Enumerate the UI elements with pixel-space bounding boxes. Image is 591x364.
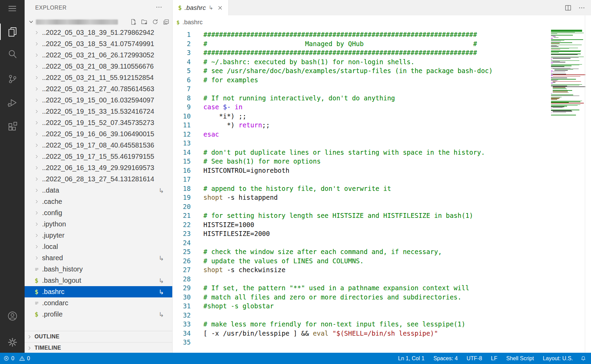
code-line-3[interactable]: ########################################… — [203, 48, 584, 57]
code-line-13[interactable] — [203, 139, 584, 148]
tree-item--2022-05-03-21-27-40-785614563[interactable]: ..2022_05_03_21_27_40.785614563 — [25, 83, 172, 95]
code-line-27[interactable]: shopt -s checkwinsize — [203, 265, 584, 275]
code-line-17[interactable] — [203, 175, 584, 184]
code-line-33[interactable]: # make less more friendly for non-text i… — [203, 320, 584, 329]
code-line-34[interactable]: [ -x /usr/bin/lesspipe ] && eval "$(SHEL… — [203, 329, 584, 338]
code-line-29[interactable]: # If set, the pattern "**" used in a pat… — [203, 283, 584, 293]
code-line-30[interactable]: # match all files and zero or more direc… — [203, 293, 584, 302]
tree-item--2022-05-19-16-06-39-106490015[interactable]: ..2022_05_19_16_06_39.106490015 — [25, 128, 172, 140]
code-line-5[interactable]: # see /usr/share/doc/bash/examples/start… — [203, 66, 584, 75]
more-actions-icon[interactable] — [578, 4, 586, 12]
code-line-1[interactable]: ########################################… — [203, 30, 584, 39]
code-line-7[interactable] — [203, 84, 584, 94]
code-line-19[interactable]: shopt -s histappend — [203, 193, 584, 202]
outline-section-header[interactable]: OUTLINE — [25, 331, 172, 342]
code-line-35[interactable] — [203, 338, 584, 347]
activity-item-extensions[interactable] — [0, 118, 25, 136]
activity-item-explorer[interactable] — [0, 23, 25, 41]
line-number: 10 — [173, 112, 191, 121]
activity-item-search[interactable] — [0, 45, 25, 63]
tree-item--data[interactable]: ..data↳ — [25, 185, 172, 196]
code-line-8[interactable]: # If not running interactively, don't do… — [203, 94, 584, 103]
tree-item-shared[interactable]: shared↳ — [25, 252, 172, 264]
status-language-mode[interactable]: Shell Script — [506, 355, 534, 362]
code-line-21[interactable]: # for setting history length see HISTSIZ… — [203, 211, 584, 220]
activity-item-settings[interactable] — [0, 333, 25, 351]
collapse-all-icon[interactable] — [163, 18, 170, 25]
activity-item-run-and-debug[interactable] — [0, 94, 25, 111]
new-file-icon[interactable] — [130, 18, 137, 25]
code-editor[interactable]: 1234567891011121314151617181920212223242… — [173, 29, 584, 353]
views-more-actions-icon[interactable] — [155, 3, 163, 11]
tree-item--2022-05-03-21-06-26-172993052[interactable]: ..2022_05_03_21_06_26.172993052 — [25, 50, 172, 61]
chevron-right-icon — [35, 75, 39, 80]
tab-bashrc[interactable]: $ .bashrc ↳ — [173, 0, 229, 15]
code-line-25[interactable]: # check the window size after each comma… — [203, 247, 584, 256]
code-line-26[interactable]: # update the values of LINES and COLUMNS… — [203, 256, 584, 266]
notifications-bell-icon[interactable] — [580, 355, 586, 361]
code-line-16[interactable]: HISTCONTROL=ignoreboth — [203, 166, 584, 175]
tree-item--2022-05-03-21-08-39-110556676[interactable]: ..2022_05_03_21_08_39.110556676 — [25, 61, 172, 72]
code-line-22[interactable]: HISTSIZE=1000 — [203, 220, 584, 229]
code-lines[interactable]: ########################################… — [203, 30, 584, 347]
tree-item--cache[interactable]: .cache — [25, 196, 172, 207]
tree-item--config[interactable]: .config — [25, 207, 172, 219]
new-folder-icon[interactable] — [141, 18, 148, 25]
project-root-row[interactable] — [25, 16, 172, 27]
code-line-6[interactable]: # for examples — [203, 75, 584, 85]
tree-item--2022-05-19-17-08-40-645581536[interactable]: ..2022_05_19_17_08_40.645581536 — [25, 140, 172, 151]
problems-indicator[interactable]: 00 — [3, 355, 30, 362]
tree-item--profile[interactable]: $.profile↳ — [25, 309, 172, 320]
code-line-23[interactable]: HISTFILESIZE=2000 — [203, 229, 584, 238]
status-indentation[interactable]: Spaces: 4 — [433, 355, 458, 362]
code-line-12[interactable]: esac — [203, 130, 584, 139]
tree-item--local[interactable]: .local — [25, 241, 172, 252]
code-line-28[interactable] — [203, 275, 584, 284]
tree-item--condarc[interactable]: .condarc — [25, 297, 172, 309]
code-line-18[interactable]: # append to the history file, don't over… — [203, 184, 584, 193]
code-line-2[interactable]: # Managed by QHub # — [203, 39, 584, 48]
minimap[interactable] — [551, 30, 585, 353]
tree-item--jupyter[interactable]: .jupyter — [25, 230, 172, 241]
code-line-32[interactable] — [203, 311, 584, 320]
status-cursor-position[interactable]: Ln 1, Col 1 — [398, 355, 424, 362]
tree-item--2022-05-19-17-15-55-461979155[interactable]: ..2022_05_19_17_15_55.461979155 — [25, 151, 172, 162]
code-line-10[interactable]: *i*) ;; — [203, 112, 584, 121]
tree-item--ipython[interactable]: .ipython — [25, 219, 172, 230]
code-line-15[interactable]: # See bash(1) for more options — [203, 157, 584, 166]
text-file-icon — [34, 267, 39, 272]
code-line-20[interactable] — [203, 202, 584, 211]
tree-item--bash-history[interactable]: .bash_history — [25, 264, 172, 275]
status-encoding[interactable]: UTF-8 — [467, 355, 482, 362]
activity-item-account[interactable] — [0, 307, 25, 325]
status-keyboard-layout[interactable]: Layout: U.S. — [543, 355, 573, 362]
split-editor-icon[interactable] — [564, 4, 572, 12]
tree-item--2022-05-19-15-33-15-532416724[interactable]: ..2022_05_19_15_33_15.532416724 — [25, 106, 172, 117]
tab-strip: $ .bashrc ↳ — [173, 0, 591, 15]
tree-item--2022-05-19-15-52-07-345735273[interactable]: ..2022_05_19_15_52_07.345735273 — [25, 117, 172, 128]
tree-item--2022-05-03-21-11-55-912152854[interactable]: ..2022_05_03_21_11_55.912152854 — [25, 72, 172, 83]
tree-item--2022-05-19-15-00-16-032594097[interactable]: ..2022_05_19_15_00_16.032594097 — [25, 95, 172, 106]
code-line-9[interactable]: case $- in — [203, 102, 584, 112]
ellipsis-icon — [155, 3, 163, 11]
close-icon[interactable] — [217, 5, 223, 11]
tree-item--bashrc[interactable]: $.bashrc↳ — [25, 286, 172, 297]
code-line-24[interactable] — [203, 238, 584, 248]
activity-item-menu[interactable] — [0, 0, 25, 17]
line-number: 23 — [173, 229, 191, 238]
code-line-4[interactable]: # ~/.bashrc: executed by bash(1) for non… — [203, 57, 584, 67]
timeline-section-header[interactable]: TIMELINE — [25, 342, 172, 353]
refresh-icon[interactable] — [152, 18, 159, 25]
tree-item--2022-05-03-18-39-51-279862942[interactable]: ..2022_05_03_18_39_51.279862942 — [25, 27, 172, 38]
tree-item--bash-logout[interactable]: $.bash_logout↳ — [25, 275, 172, 286]
code-line-31[interactable]: #shopt -s globstar — [203, 302, 584, 311]
activity-item-source-control[interactable] — [0, 70, 25, 88]
status-eol[interactable]: LF — [491, 355, 497, 362]
breadcrumb-item[interactable]: .bashrc — [183, 19, 203, 26]
code-line-11[interactable]: *) return;; — [203, 121, 584, 130]
tree-item--2022-06-28-13-27-54-131281614[interactable]: ..2022_06_28_13_27_54.131281614 — [25, 173, 172, 185]
tree-item--2022-06-16-13-49-29-929169573[interactable]: ..2022_06_16_13_49_29.929169573 — [25, 162, 172, 173]
tree-item--2022-05-03-18-53-41-075749991[interactable]: ..2022_05_03_18_53_41.075749991 — [25, 38, 172, 50]
line-number: 24 — [173, 238, 191, 248]
code-line-14[interactable]: # don't put duplicate lines or lines sta… — [203, 148, 584, 157]
